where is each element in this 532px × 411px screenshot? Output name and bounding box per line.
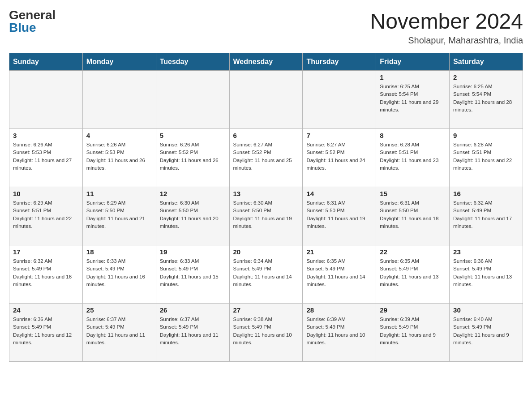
calendar-cell (82, 71, 156, 129)
day-number: 3 (13, 132, 79, 139)
calendar-cell: 18Sunrise: 6:33 AMSunset: 5:49 PMDayligh… (82, 245, 156, 304)
header-right: November 2024 Sholapur, Maharashtra, Ind… (370, 9, 523, 46)
day-of-week-friday: Friday (376, 53, 450, 71)
day-of-week-thursday: Thursday (303, 53, 376, 71)
calendar-cell: 17Sunrise: 6:32 AMSunset: 5:49 PMDayligh… (9, 245, 83, 304)
day-info: Sunrise: 6:37 AMSunset: 5:49 PMDaylight:… (86, 316, 152, 347)
day-info: Sunrise: 6:36 AMSunset: 5:49 PMDaylight:… (13, 316, 79, 347)
calendar-cell: 29Sunrise: 6:39 AMSunset: 5:49 PMDayligh… (376, 304, 450, 362)
day-info: Sunrise: 6:28 AMSunset: 5:51 PMDaylight:… (453, 141, 519, 172)
day-info: Sunrise: 6:33 AMSunset: 5:49 PMDaylight:… (160, 257, 226, 288)
calendar-cell (303, 71, 376, 129)
day-number: 17 (13, 248, 79, 256)
day-number: 26 (160, 306, 226, 314)
day-info: Sunrise: 6:33 AMSunset: 5:49 PMDaylight:… (86, 257, 152, 288)
week-row-1: 1Sunrise: 6:25 AMSunset: 5:54 PMDaylight… (9, 71, 523, 129)
calendar-cell (9, 71, 83, 129)
calendar-cell: 16Sunrise: 6:32 AMSunset: 5:49 PMDayligh… (450, 187, 523, 245)
calendar-cell: 28Sunrise: 6:39 AMSunset: 5:49 PMDayligh… (303, 304, 376, 362)
day-info: Sunrise: 6:34 AMSunset: 5:49 PMDaylight:… (233, 257, 299, 288)
calendar-cell: 10Sunrise: 6:29 AMSunset: 5:51 PMDayligh… (9, 187, 83, 245)
calendar-header: SundayMondayTuesdayWednesdayThursdayFrid… (9, 53, 523, 71)
day-number: 7 (306, 132, 372, 139)
week-row-5: 24Sunrise: 6:36 AMSunset: 5:49 PMDayligh… (9, 304, 523, 362)
day-number: 23 (453, 248, 519, 256)
day-info: Sunrise: 6:32 AMSunset: 5:49 PMDaylight:… (453, 199, 519, 230)
day-info: Sunrise: 6:25 AMSunset: 5:54 PMDaylight:… (453, 83, 519, 114)
day-number: 8 (380, 132, 446, 139)
day-info: Sunrise: 6:39 AMSunset: 5:49 PMDaylight:… (306, 316, 372, 347)
calendar-cell: 25Sunrise: 6:37 AMSunset: 5:49 PMDayligh… (82, 304, 156, 362)
day-number: 5 (160, 132, 226, 139)
day-info: Sunrise: 6:26 AMSunset: 5:53 PMDaylight:… (86, 141, 152, 172)
logo-blue-text: Blue (9, 21, 36, 34)
day-number: 10 (13, 190, 79, 197)
week-row-2: 3Sunrise: 6:26 AMSunset: 5:53 PMDaylight… (9, 129, 523, 187)
calendar-cell: 26Sunrise: 6:37 AMSunset: 5:49 PMDayligh… (156, 304, 229, 362)
day-number: 14 (306, 190, 372, 197)
day-info: Sunrise: 6:31 AMSunset: 5:50 PMDaylight:… (306, 199, 372, 230)
calendar-cell: 9Sunrise: 6:28 AMSunset: 5:51 PMDaylight… (450, 129, 523, 187)
calendar-cell: 30Sunrise: 6:40 AMSunset: 5:49 PMDayligh… (450, 304, 523, 362)
day-info: Sunrise: 6:37 AMSunset: 5:49 PMDaylight:… (160, 316, 226, 347)
calendar-cell: 15Sunrise: 6:31 AMSunset: 5:50 PMDayligh… (376, 187, 450, 245)
calendar-cell: 4Sunrise: 6:26 AMSunset: 5:53 PMDaylight… (82, 129, 156, 187)
location: Sholapur, Maharashtra, India (370, 35, 523, 46)
day-number: 11 (86, 190, 152, 197)
calendar-cell: 6Sunrise: 6:27 AMSunset: 5:52 PMDaylight… (229, 129, 303, 187)
day-info: Sunrise: 6:31 AMSunset: 5:50 PMDaylight:… (380, 199, 446, 230)
day-of-week-sunday: Sunday (9, 53, 83, 71)
day-info: Sunrise: 6:39 AMSunset: 5:49 PMDaylight:… (380, 316, 446, 347)
calendar-cell (156, 71, 229, 129)
day-number: 28 (306, 306, 372, 314)
day-number: 21 (306, 248, 372, 256)
day-number: 4 (86, 132, 152, 139)
day-info: Sunrise: 6:35 AMSunset: 5:49 PMDaylight:… (306, 257, 372, 288)
day-info: Sunrise: 6:27 AMSunset: 5:52 PMDaylight:… (306, 141, 372, 172)
day-number: 30 (453, 306, 519, 314)
day-number: 9 (453, 132, 519, 139)
calendar-cell: 1Sunrise: 6:25 AMSunset: 5:54 PMDaylight… (376, 71, 450, 129)
calendar-table: SundayMondayTuesdayWednesdayThursdayFrid… (9, 53, 523, 362)
calendar-cell: 8Sunrise: 6:28 AMSunset: 5:51 PMDaylight… (376, 129, 450, 187)
days-of-week-row: SundayMondayTuesdayWednesdayThursdayFrid… (9, 53, 523, 71)
day-number: 16 (453, 190, 519, 197)
calendar-cell: 3Sunrise: 6:26 AMSunset: 5:53 PMDaylight… (9, 129, 83, 187)
day-number: 29 (380, 306, 446, 314)
day-of-week-saturday: Saturday (450, 53, 523, 71)
calendar-cell: 22Sunrise: 6:35 AMSunset: 5:49 PMDayligh… (376, 245, 450, 304)
day-number: 15 (380, 190, 446, 197)
day-number: 22 (380, 248, 446, 256)
calendar-cell: 2Sunrise: 6:25 AMSunset: 5:54 PMDaylight… (450, 71, 523, 129)
day-info: Sunrise: 6:27 AMSunset: 5:52 PMDaylight:… (233, 141, 299, 172)
week-row-3: 10Sunrise: 6:29 AMSunset: 5:51 PMDayligh… (9, 187, 523, 245)
calendar-body: 1Sunrise: 6:25 AMSunset: 5:54 PMDaylight… (9, 71, 523, 362)
calendar-cell: 23Sunrise: 6:36 AMSunset: 5:49 PMDayligh… (450, 245, 523, 304)
calendar-cell: 19Sunrise: 6:33 AMSunset: 5:49 PMDayligh… (156, 245, 229, 304)
day-number: 27 (233, 306, 299, 314)
day-number: 13 (233, 190, 299, 197)
calendar-cell: 14Sunrise: 6:31 AMSunset: 5:50 PMDayligh… (303, 187, 376, 245)
logo: General Blue (9, 9, 56, 34)
day-info: Sunrise: 6:32 AMSunset: 5:49 PMDaylight:… (13, 257, 79, 288)
day-info: Sunrise: 6:25 AMSunset: 5:54 PMDaylight:… (380, 83, 446, 114)
day-number: 19 (160, 248, 226, 256)
day-of-week-tuesday: Tuesday (156, 53, 229, 71)
day-number: 1 (380, 73, 446, 81)
day-info: Sunrise: 6:35 AMSunset: 5:49 PMDaylight:… (380, 257, 446, 288)
day-of-week-wednesday: Wednesday (229, 53, 303, 71)
day-info: Sunrise: 6:28 AMSunset: 5:51 PMDaylight:… (380, 141, 446, 172)
day-info: Sunrise: 6:29 AMSunset: 5:51 PMDaylight:… (13, 199, 79, 230)
calendar-cell: 20Sunrise: 6:34 AMSunset: 5:49 PMDayligh… (229, 245, 303, 304)
day-number: 25 (86, 306, 152, 314)
day-info: Sunrise: 6:26 AMSunset: 5:52 PMDaylight:… (160, 141, 226, 172)
page-header: General Blue November 2024 Sholapur, Mah… (9, 9, 523, 46)
day-number: 20 (233, 248, 299, 256)
day-number: 2 (453, 73, 519, 81)
day-number: 18 (86, 248, 152, 256)
calendar-cell: 11Sunrise: 6:29 AMSunset: 5:50 PMDayligh… (82, 187, 156, 245)
calendar-cell: 24Sunrise: 6:36 AMSunset: 5:49 PMDayligh… (9, 304, 83, 362)
day-info: Sunrise: 6:29 AMSunset: 5:50 PMDaylight:… (86, 199, 152, 230)
logo-general-text: General (9, 9, 56, 21)
day-number: 6 (233, 132, 299, 139)
